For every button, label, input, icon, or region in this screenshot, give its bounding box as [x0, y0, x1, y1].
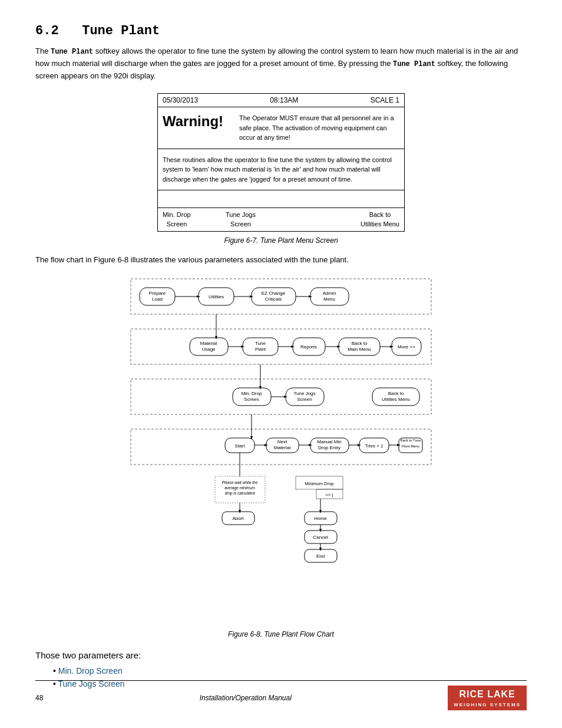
- svg-text:Back to: Back to: [388, 391, 404, 396]
- screen-buttons: Min. DropScreen Tune JogsScreen Back toU…: [158, 208, 404, 231]
- svg-text:Plant Menu: Plant Menu: [402, 444, 419, 448]
- warning-screen: 05/30/2013 08:13AM SCALE 1 Warning! The …: [157, 93, 405, 232]
- svg-text:Material: Material: [274, 445, 291, 450]
- logo-main-text: RICE LAKE: [454, 688, 521, 701]
- figure-7-caption: Figure 6-7. Tune Plant Menu Screen: [35, 236, 527, 245]
- svg-text:=> |: => |: [326, 492, 333, 498]
- svg-text:Material: Material: [200, 341, 217, 346]
- svg-text:Start: Start: [235, 443, 246, 449]
- screen-spacer: [158, 190, 404, 208]
- svg-text:drop is calculated: drop is calculated: [225, 491, 255, 496]
- screen-date: 05/30/2013: [163, 96, 198, 104]
- warning-title: Warning!: [163, 113, 239, 143]
- svg-text:average minimum: average minimum: [224, 486, 255, 490]
- section-title: 6.2 Tune Plant: [35, 24, 527, 38]
- warning-text: The Operator MUST ensure that all person…: [239, 113, 399, 143]
- svg-text:Drop Entry: Drop Entry: [318, 445, 340, 450]
- svg-text:Load: Load: [152, 297, 163, 302]
- svg-text:Criticals: Criticals: [265, 297, 282, 302]
- svg-text:Screen: Screen: [297, 397, 312, 402]
- screen-body-text: These routines allow the operator to fin…: [158, 149, 404, 191]
- params-title: Those two parameters are:: [35, 650, 527, 660]
- svg-text:Minimum Drop: Minimum Drop: [305, 481, 334, 486]
- svg-text:Min. Drop: Min. Drop: [242, 391, 262, 396]
- manual-title: Installation/Operation Manual: [200, 694, 292, 702]
- svg-text:Admin: Admin: [323, 291, 336, 296]
- logo-sub-text: WEIGHING SYSTEMS: [454, 701, 521, 708]
- svg-text:More =>: More =>: [398, 344, 415, 350]
- rice-lake-logo: RICE LAKE WEIGHING SYSTEMS: [448, 686, 527, 710]
- svg-text:End: End: [316, 554, 325, 559]
- svg-text:Tune: Tune: [255, 341, 266, 346]
- figure-8-caption: Figure 6-8. Tune Plant Flow Chart: [35, 630, 527, 638]
- svg-text:Abort: Abort: [232, 516, 244, 521]
- svg-text:Back to: Back to: [352, 341, 368, 346]
- screen-body: Warning! The Operator MUST ensure that a…: [158, 107, 404, 149]
- svg-text:Screen: Screen: [244, 397, 259, 402]
- screen-header: 05/30/2013 08:13AM SCALE 1: [158, 94, 404, 107]
- svg-text:Back to Tune: Back to Tune: [400, 439, 421, 442]
- param-item-1: Min. Drop Screen: [53, 666, 527, 676]
- screen-time: 08:13AM: [270, 96, 298, 104]
- svg-text:Plant: Plant: [255, 347, 266, 352]
- svg-text:Tune Jogs: Tune Jogs: [293, 391, 315, 396]
- screen-scale: SCALE 1: [371, 96, 399, 104]
- svg-text:Prepare: Prepare: [149, 291, 166, 296]
- intro-paragraph: The Tune Plant softkey allows the operat…: [35, 45, 527, 83]
- page-footer: 48 Installation/Operation Manual RICE LA…: [35, 680, 527, 710]
- svg-text:Usage: Usage: [201, 347, 216, 352]
- flow-chart-text: The flow chart in Figure 6-8 illustrates…: [35, 254, 527, 266]
- flowchart-container: Prepare Load Utilities EZ Change Critica…: [128, 276, 434, 625]
- back-to-utilities-btn[interactable]: Back toUtilities Menu: [361, 210, 399, 229]
- svg-text:Reports: Reports: [300, 344, 317, 350]
- svg-text:Please wait while the: Please wait while the: [222, 480, 258, 485]
- svg-text:Cancel: Cancel: [313, 535, 328, 540]
- svg-text:Utilities Menu: Utilities Menu: [382, 397, 410, 402]
- page-number: 48: [35, 694, 43, 702]
- svg-text:Next: Next: [277, 439, 287, 444]
- svg-text:Utilities: Utilities: [209, 294, 224, 299]
- flowchart-svg: Prepare Load Utilities EZ Change Critica…: [128, 276, 434, 624]
- svg-text:Home: Home: [314, 516, 327, 521]
- tune-jogs-screen-btn[interactable]: Tune JogsScreen: [226, 210, 256, 229]
- svg-text:Menu: Menu: [323, 297, 335, 302]
- svg-text:EZ Change: EZ Change: [262, 291, 286, 296]
- min-drop-screen-btn[interactable]: Min. DropScreen: [163, 210, 191, 229]
- svg-text:Main Menu: Main Menu: [348, 347, 371, 352]
- svg-text:Tries + 1: Tries + 1: [365, 443, 384, 449]
- svg-text:Manual Min: Manual Min: [317, 439, 341, 444]
